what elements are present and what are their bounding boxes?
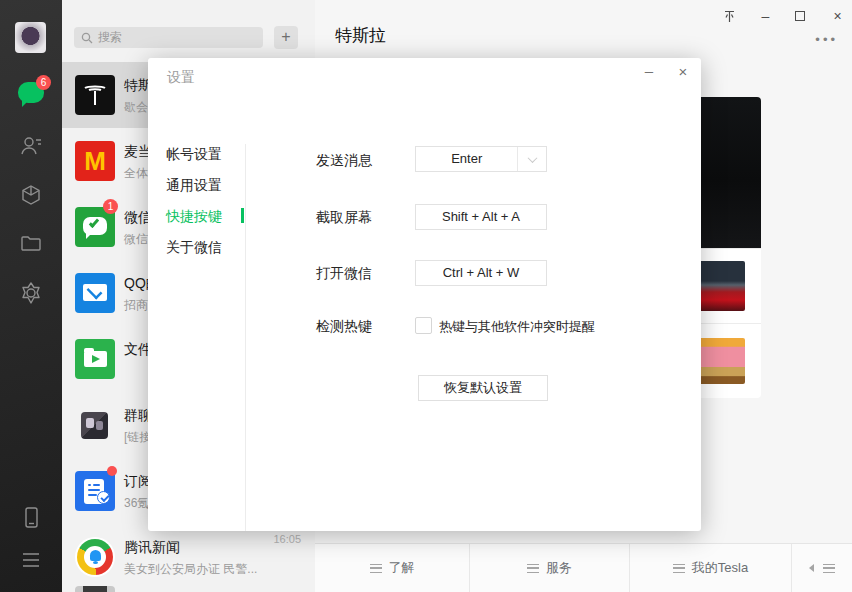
chat-more-menu[interactable]: ••• bbox=[815, 32, 838, 47]
menu-tab-2[interactable]: 服务 bbox=[470, 544, 630, 592]
search-icon bbox=[81, 32, 93, 44]
open-wechat-label: 打开微信 bbox=[316, 265, 372, 283]
search-input[interactable]: 搜索 bbox=[74, 27, 263, 48]
screenshot-label: 截取屏幕 bbox=[316, 209, 372, 227]
phone-icon bbox=[19, 505, 43, 531]
user-avatar[interactable] bbox=[15, 22, 46, 53]
screenshot-hotkey-field[interactable]: Shift + Alt + A bbox=[415, 204, 547, 230]
chat-row-title: 腾讯新闻 bbox=[124, 539, 180, 557]
cube-icon bbox=[19, 183, 43, 207]
mcdonalds-avatar: M bbox=[75, 141, 115, 181]
hamburger-icon bbox=[19, 550, 43, 570]
open-wechat-hotkey-field[interactable]: Ctrl + Alt + W bbox=[415, 260, 547, 286]
chat-row-preview: 美女到公安局办证 民警... bbox=[124, 561, 257, 578]
chat-row-preview: 招商 bbox=[124, 297, 148, 314]
settings-menu-about[interactable]: 关于微信 bbox=[166, 239, 236, 257]
article-thumbnail-car bbox=[695, 261, 745, 311]
dialog-minimize-button[interactable]: – bbox=[640, 63, 658, 81]
official-account-menubar: 了解 服务 我的Tesla bbox=[315, 543, 852, 592]
sidebar-item-collections[interactable] bbox=[0, 183, 62, 207]
chat-row-tencent-news[interactable]: 16:05 腾讯新闻 美女到公安局办证 民警... bbox=[62, 524, 315, 590]
sidebar-item-chats[interactable]: 6 bbox=[0, 82, 62, 103]
active-menu-indicator bbox=[241, 208, 244, 223]
maximize-button[interactable] bbox=[795, 9, 808, 23]
group-avatar bbox=[81, 412, 108, 439]
dropdown-caret[interactable] bbox=[517, 147, 546, 171]
chat-row-preview: 全体 bbox=[124, 165, 148, 182]
keyboard-toggle-arrow-icon bbox=[809, 564, 814, 572]
settings-menu-account[interactable]: 帐号设置 bbox=[166, 146, 236, 164]
window-controls: – × bbox=[723, 9, 844, 23]
sidebar-item-files[interactable] bbox=[0, 231, 62, 255]
article-thumbnail-cartoon bbox=[699, 338, 745, 384]
tencent-news-avatar bbox=[75, 537, 115, 577]
dialog-menu-divider bbox=[245, 144, 246, 531]
chat-row-preview: 36氪 bbox=[124, 495, 149, 512]
chat-title: 特斯拉 bbox=[335, 24, 386, 47]
menu-tab-label: 我的Tesla bbox=[692, 559, 748, 577]
settings-dialog: 设置 – × 帐号设置 通用设置 快捷按键 关于微信 发送消息 Enter 截取… bbox=[148, 58, 701, 531]
flower-icon bbox=[18, 280, 44, 306]
hotkey-conflict-checkbox[interactable] bbox=[415, 317, 432, 334]
tesla-avatar bbox=[75, 75, 115, 115]
chevron-down-icon bbox=[527, 153, 537, 163]
keyboard-toggle-icon bbox=[823, 564, 835, 573]
unread-badge: 1 bbox=[103, 199, 118, 214]
menu-tab-label: 了解 bbox=[389, 559, 415, 577]
partial-next-row bbox=[75, 586, 115, 592]
contacts-icon bbox=[19, 134, 43, 158]
sidebar-item-contacts[interactable] bbox=[0, 134, 62, 158]
add-chat-button[interactable]: + bbox=[274, 26, 298, 49]
settings-menu-general[interactable]: 通用设置 bbox=[166, 177, 236, 195]
send-key-value: Enter bbox=[416, 147, 517, 171]
send-key-dropdown[interactable]: Enter bbox=[415, 146, 547, 172]
app-sidebar: 6 bbox=[0, 0, 62, 592]
qq-mail-avatar bbox=[75, 273, 115, 313]
send-message-label: 发送消息 bbox=[316, 152, 372, 170]
menu-icon bbox=[673, 564, 685, 573]
unread-dot bbox=[107, 466, 117, 476]
menu-tab-label: 服务 bbox=[546, 559, 572, 577]
minimize-button[interactable]: – bbox=[759, 9, 772, 23]
detect-hotkey-label: 检测热键 bbox=[316, 318, 372, 336]
folder-icon bbox=[19, 231, 43, 255]
chat-row-time: 16:05 bbox=[273, 533, 301, 545]
dialog-close-button[interactable]: × bbox=[674, 63, 692, 81]
keyboard-toggle-button[interactable] bbox=[792, 544, 852, 592]
menu-tab-1[interactable]: 了解 bbox=[315, 544, 470, 592]
search-placeholder: 搜索 bbox=[98, 29, 122, 46]
sidebar-item-menu[interactable] bbox=[0, 550, 62, 570]
file-transfer-avatar bbox=[75, 339, 115, 379]
pin-icon[interactable] bbox=[723, 9, 736, 23]
menu-icon bbox=[527, 564, 539, 573]
dialog-title: 设置 bbox=[167, 69, 195, 87]
settings-menu-shortcuts[interactable]: 快捷按键 bbox=[166, 208, 236, 226]
unread-badge: 6 bbox=[36, 75, 51, 90]
sidebar-item-phone[interactable] bbox=[0, 505, 62, 531]
close-button[interactable]: × bbox=[831, 9, 844, 23]
sidebar-item-moments[interactable] bbox=[0, 280, 62, 306]
menu-tab-3[interactable]: 我的Tesla bbox=[630, 544, 792, 592]
subscriptions-avatar bbox=[75, 471, 115, 511]
menu-icon bbox=[370, 564, 382, 573]
chat-row-preview: 歇会 bbox=[124, 99, 148, 116]
reset-defaults-button[interactable]: 恢复默认设置 bbox=[418, 375, 548, 401]
hotkey-conflict-hint: 热键与其他软件冲突时提醒 bbox=[439, 318, 595, 336]
